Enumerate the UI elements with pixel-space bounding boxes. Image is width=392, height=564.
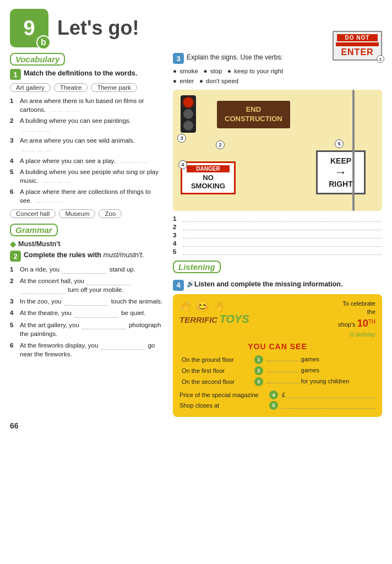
exercise-1: 1 Match the definitions to the words. Ar…: [10, 69, 164, 218]
grammar-rule: ◆ Must/Mustn't: [10, 240, 164, 248]
dne-stripe: [336, 42, 379, 46]
word-tags-bottom: Concert hall Museum Zoo: [10, 209, 164, 218]
grammar-section: Grammar ◆ Must/Mustn't 2 Complete the ru…: [10, 224, 164, 359]
sign-num-2: 2: [216, 140, 225, 149]
left-column: Vocabulary 1 Match the definitions to th…: [10, 53, 164, 417]
floor-fill-2: [266, 372, 300, 372]
you-can-see: YOU CAN SEE: [179, 342, 375, 351]
sign-num-3: 3: [177, 134, 186, 143]
sign-pole: [352, 90, 355, 211]
dne-line2: ENTER: [337, 47, 378, 57]
birthday-label: 0) birthday: [350, 332, 375, 338]
tl-yellow-light: [183, 109, 193, 119]
sign-answer-3: 3: [173, 232, 382, 238]
shop-row: Shop closes at 5: [179, 401, 375, 410]
vocabulary-section: Vocabulary 1 Match the definitions to th…: [10, 53, 164, 218]
toys-box: 👋 😊 🤚 TERRIFIC TOYS To celebrate the sho…: [173, 294, 382, 417]
danger-label: DANGER: [187, 165, 230, 172]
diamond-icon: ◆: [10, 240, 16, 248]
exercise-1-badge: 1: [10, 69, 21, 80]
exercise-1-title-row: 1 Match the definitions to the words.: [10, 69, 164, 80]
sign-answer-4: 4: [173, 240, 382, 247]
right-hand-icon: 🤚: [213, 301, 225, 312]
right-column: DO NOT ENTER 1 3 Explain the signs. Use …: [173, 53, 382, 417]
tag-zoo: Zoo: [99, 209, 122, 218]
dne-line1: DO NOT: [337, 34, 378, 41]
page-header: 9 b Let's go!: [10, 6, 382, 47]
tag-theme-park: Theme park: [91, 83, 137, 92]
fill-list: 1 On a ride, you stand up. 2 At the conc…: [10, 265, 164, 359]
exercise-2-title-row: 2 Complete the rules with must/mustn't.: [10, 251, 164, 262]
fill-item-1: 1 On a ride, you stand up.: [10, 265, 164, 274]
grammar-header: Grammar: [10, 224, 58, 236]
chapter-number-badge: 9 b: [10, 9, 48, 47]
toys-header: 👋 😊 🤚 TERRIFIC TOYS To celebrate the sho…: [179, 300, 375, 339]
signs-image: 3 ENDCONSTRUCTION 2 5 DANGER NOSMOKING 4: [173, 90, 382, 211]
toys-logo-area: 👋 😊 🤚 TERRIFIC TOYS: [179, 300, 249, 326]
definitions-list: 1 An area where there is fun based on fi…: [10, 96, 164, 205]
floor-row-1: On the ground floor 1 games: [179, 354, 375, 365]
no-smoking-text: NOSMOKING: [187, 173, 230, 191]
do-not-enter-sign: DO NOT ENTER 1: [333, 31, 382, 61]
floor-fill-3: [266, 383, 300, 383]
tl-red-light: [183, 97, 193, 107]
vocabulary-header: Vocabulary: [10, 53, 65, 66]
price-fill: [287, 392, 375, 398]
traffic-light: [181, 95, 196, 133]
listen-icon: 🔊: [187, 280, 194, 288]
floor-table: On the ground floor 1 games On the first…: [179, 354, 375, 387]
smiley-icon: 😊: [195, 300, 209, 312]
floor-label-3: On the second floor: [179, 376, 251, 387]
sign-answer-5: 5: [173, 248, 382, 255]
birthday-th: TH: [368, 319, 375, 325]
fill-item-5: 5 At the art gallery, you photograph the…: [10, 321, 164, 338]
toys-text: TOYS: [219, 313, 249, 325]
definition-1: 1 An area where there is fun based on fi…: [10, 96, 164, 114]
page-number: 66: [10, 421, 382, 430]
main-content: Vocabulary 1 Match the definitions to th…: [10, 53, 382, 417]
left-hand-icon: 👋: [179, 301, 192, 312]
shop-label: Shop closes at: [179, 402, 268, 409]
floor-badge-1: 1: [254, 355, 263, 364]
price-row: Price of the special magazine 4 £: [179, 391, 375, 399]
tag-theatre: Theatre: [54, 83, 88, 92]
tl-green-light: [183, 121, 193, 131]
sign-num-4: 4: [178, 160, 187, 169]
floor-badge-3: 3: [254, 377, 263, 386]
chapter-letter: b: [41, 37, 46, 47]
celebrate-text: To celebrate the shop's 10TH 0) birthday: [338, 300, 375, 339]
exercise-2-badge: 2: [10, 251, 21, 262]
exercise-4-badge: 4: [173, 280, 184, 291]
price-badge: 4: [269, 391, 278, 399]
floor-label-1: On the ground floor: [179, 354, 251, 365]
exercise-3-instruction: Explain the signs. Use the verbs:: [187, 53, 283, 61]
verb-list: ● smoke ● stop ● keep to your right ● en…: [173, 66, 382, 86]
listening-section: Listening 4 🔊 Listen and complete the mi…: [173, 261, 382, 417]
definition-3: 3 An area where you can see wild animals…: [10, 136, 164, 154]
sign-answer-2: 2: [173, 224, 382, 230]
signs-section: DO NOT ENTER 1 3 Explain the signs. Use …: [173, 53, 382, 255]
definition-6: 6 A place where there are collections of…: [10, 187, 164, 205]
sign-num-5: 5: [335, 139, 344, 148]
floor-row-2: On the first floor 2 games: [179, 365, 375, 376]
sign-number-1: 1: [377, 55, 384, 63]
tag-museum: Museum: [59, 209, 95, 218]
floor-label-2: On the first floor: [179, 365, 251, 376]
fill-item-6: 6 At the fireworks display, you go near …: [10, 341, 164, 359]
tag-concert-hall: Concert hall: [10, 209, 56, 218]
exercise-2-title: Complete the rules with must/mustn't.: [24, 251, 144, 261]
listening-header: Listening: [173, 261, 221, 273]
end-construction-sign: ENDCONSTRUCTION: [217, 101, 290, 128]
fill-item-2: 2 At the concert hall, you turn off your…: [10, 276, 164, 294]
floor-row-3: On the second floor 3 for young children: [179, 376, 375, 387]
chapter-letter-badge: b: [36, 35, 51, 50]
fill-item-3: 3 In the zoo, you touch the animals.: [10, 297, 164, 306]
definition-5: 5 A building where you see people who si…: [10, 167, 164, 185]
page-title: Let's go!: [57, 17, 139, 40]
exercise-3-badge: 3: [173, 53, 184, 64]
sign-answers: 1 2 3 4 5: [173, 215, 382, 255]
floor-badge-2: 2: [254, 366, 263, 375]
price-label: Price of the special magazine: [179, 392, 268, 398]
definition-2: 2 A building where you can see paintings…: [10, 116, 164, 134]
exercise-4-title-row: 4 🔊 Listen and complete the missing info…: [173, 280, 382, 291]
